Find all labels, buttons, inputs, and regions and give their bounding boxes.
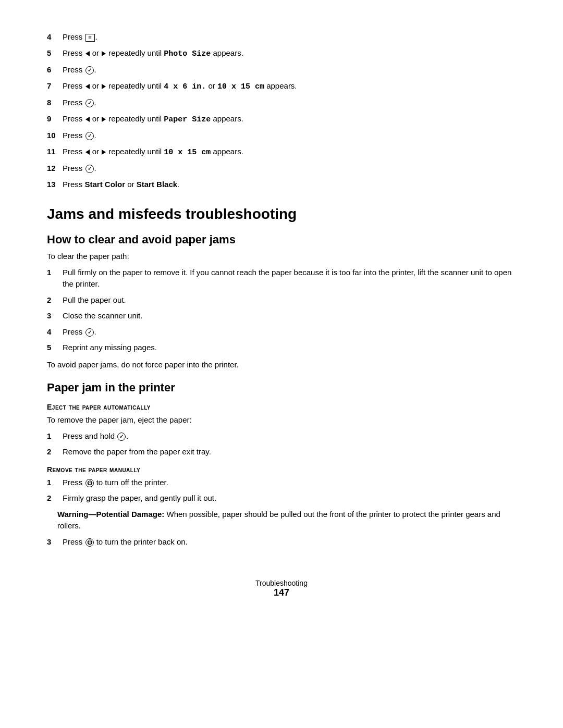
step-content: Pull the paper out. bbox=[63, 294, 516, 306]
step-number: 1 bbox=[47, 267, 63, 290]
step-content: Press or repeatedly until Paper Size app… bbox=[63, 113, 516, 126]
warning-label: Warning—Potential Damage: bbox=[57, 510, 164, 519]
power-icon: ⏻ bbox=[85, 538, 94, 547]
arrow-right-icon bbox=[102, 51, 106, 56]
list-item: 1Press ⏻ to turn off the printer. bbox=[47, 477, 516, 489]
list-item: 2Remove the paper from the paper exit tr… bbox=[47, 446, 516, 458]
step-content: Press ✓. bbox=[63, 130, 516, 142]
step-number: 2 bbox=[47, 446, 63, 458]
step-content: Press or repeatedly until 10 x 15 cm app… bbox=[63, 146, 516, 159]
clear-intro: To clear the paper path: bbox=[47, 251, 516, 263]
list-item: 4Press ✓. bbox=[47, 326, 516, 338]
step-content: Press ≡. bbox=[63, 31, 516, 43]
footer-page: 147 bbox=[47, 587, 516, 598]
arrow-left-icon bbox=[85, 84, 90, 89]
code-text: 4 x 6 in. bbox=[164, 82, 206, 91]
warning-block: Warning—Potential Damage: When possible,… bbox=[57, 509, 506, 532]
list-item: 2Pull the paper out. bbox=[47, 294, 516, 306]
step-number: 4 bbox=[47, 326, 63, 338]
bold-text: Start Color bbox=[85, 180, 126, 189]
eject-heading: Eject the paper automatically bbox=[47, 403, 516, 411]
list-item: 9Press or repeatedly until Paper Size ap… bbox=[47, 113, 516, 126]
arrow-left-icon bbox=[85, 150, 90, 155]
step-number: 9 bbox=[47, 113, 63, 126]
step-content: Press ✓. bbox=[63, 97, 516, 109]
step-number: 10 bbox=[47, 130, 63, 142]
step-content: Press Start Color or Start Black. bbox=[63, 179, 516, 191]
list-item: 10Press ✓. bbox=[47, 130, 516, 142]
step-number: 7 bbox=[47, 80, 63, 93]
list-item: 3Press ⏻ to turn the printer back on. bbox=[47, 536, 516, 548]
step-content: Press ✓. bbox=[63, 163, 516, 175]
step-content: Remove the paper from the paper exit tra… bbox=[63, 446, 516, 458]
list-item: 12Press ✓. bbox=[47, 163, 516, 175]
list-item: 4Press ≡. bbox=[47, 31, 516, 43]
step-content: Firmly grasp the paper, and gently pull … bbox=[63, 492, 516, 504]
step-number: 2 bbox=[47, 492, 63, 504]
footer-label: Troubleshooting bbox=[47, 579, 516, 587]
step-number: 8 bbox=[47, 97, 63, 109]
clear-steps-list: 1Pull firmly on the paper to remove it. … bbox=[47, 267, 516, 354]
list-item: 3Close the scanner unit. bbox=[47, 310, 516, 322]
arrow-right-icon bbox=[102, 84, 106, 89]
step-number: 6 bbox=[47, 64, 63, 76]
step-number: 5 bbox=[47, 47, 63, 60]
step-number: 13 bbox=[47, 179, 63, 191]
list-item: 5Reprint any missing pages. bbox=[47, 342, 516, 354]
list-item: 5Press or repeatedly until Photo Size ap… bbox=[47, 47, 516, 60]
step-content: Pull firmly on the paper to remove it. I… bbox=[63, 267, 516, 290]
list-item: 6Press ✓. bbox=[47, 64, 516, 76]
step-content: Press ✓. bbox=[63, 64, 516, 76]
arrow-left-icon bbox=[85, 51, 90, 56]
step-number: 3 bbox=[47, 536, 63, 548]
step-number: 11 bbox=[47, 146, 63, 159]
step-content: Press and hold ✓. bbox=[63, 430, 516, 442]
code-text: Paper Size bbox=[164, 115, 211, 124]
remove-heading: Remove the paper manually bbox=[47, 465, 516, 474]
eject-steps-list: 1Press and hold ✓.2Remove the paper from… bbox=[47, 430, 516, 458]
eject-intro: To remove the paper jam, eject the paper… bbox=[47, 414, 516, 426]
list-item: 1Press and hold ✓. bbox=[47, 430, 516, 442]
checkmark-icon: ✓ bbox=[85, 66, 94, 75]
main-section-heading: Jams and misfeeds troubleshooting bbox=[47, 206, 516, 223]
step-number: 5 bbox=[47, 342, 63, 354]
top-steps-list: 4Press ≡.5Press or repeatedly until Phot… bbox=[47, 31, 516, 190]
checkmark-icon: ✓ bbox=[85, 165, 94, 173]
subsection2-heading: Paper jam in the printer bbox=[47, 381, 516, 394]
step-content: Press ⏻ to turn off the printer. bbox=[63, 477, 516, 489]
code-text: Photo Size bbox=[164, 50, 211, 58]
power-icon: ⏻ bbox=[85, 479, 94, 487]
arrow-right-icon bbox=[102, 117, 106, 122]
remove-steps-list: 1Press ⏻ to turn off the printer.2Firmly… bbox=[47, 477, 516, 504]
step-content: Close the scanner unit. bbox=[63, 310, 516, 322]
bold-text: Start Black bbox=[137, 180, 177, 189]
list-item: 13Press Start Color or Start Black. bbox=[47, 179, 516, 191]
step-number: 12 bbox=[47, 163, 63, 175]
list-item: 2Firmly grasp the paper, and gently pull… bbox=[47, 492, 516, 504]
avoid-text: To avoid paper jams, do not force paper … bbox=[47, 359, 516, 371]
step-content: Press ✓. bbox=[63, 326, 516, 338]
step-content: Press or repeatedly until 4 x 6 in. or 1… bbox=[63, 80, 516, 93]
arrow-left-icon bbox=[85, 117, 90, 122]
step-content: Press ⏻ to turn the printer back on. bbox=[63, 536, 516, 548]
step-content: Reprint any missing pages. bbox=[63, 342, 516, 354]
footer: Troubleshooting 147 bbox=[47, 579, 516, 598]
list-item: 7Press or repeatedly until 4 x 6 in. or … bbox=[47, 80, 516, 93]
list-item: 1Pull firmly on the paper to remove it. … bbox=[47, 267, 516, 290]
code-text: 10 x 15 cm bbox=[164, 148, 211, 157]
checkmark-icon: ✓ bbox=[117, 433, 126, 441]
step-number: 1 bbox=[47, 430, 63, 442]
step-number: 4 bbox=[47, 31, 63, 43]
subsection1-heading: How to clear and avoid paper jams bbox=[47, 233, 516, 246]
step-number: 2 bbox=[47, 294, 63, 306]
menu-icon: ≡ bbox=[85, 34, 95, 42]
step-content: Press or repeatedly until Photo Size app… bbox=[63, 47, 516, 60]
arrow-right-icon bbox=[102, 150, 106, 155]
step-number: 3 bbox=[47, 310, 63, 322]
step-number: 1 bbox=[47, 477, 63, 489]
checkmark-icon: ✓ bbox=[85, 132, 94, 140]
checkmark-icon: ✓ bbox=[85, 99, 94, 107]
checkmark-icon: ✓ bbox=[85, 328, 94, 337]
code-text: 10 x 15 cm bbox=[217, 82, 264, 91]
list-item: 8Press ✓. bbox=[47, 97, 516, 109]
